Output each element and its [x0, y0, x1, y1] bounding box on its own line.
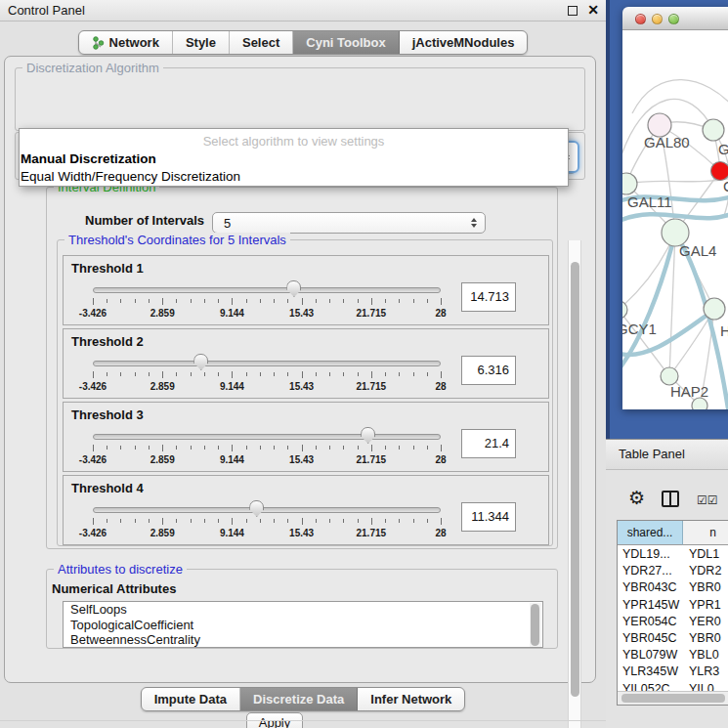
cell-name[interactable]: YBL0 — [683, 647, 728, 664]
table-row[interactable]: YBL079WYBL0 — [618, 647, 728, 664]
network-window-titlebar — [622, 7, 728, 30]
slider-tick-labels: -3.4262.8599.14415.4321.71528 — [93, 528, 441, 539]
table-row[interactable]: YDR27...YDR2 — [618, 563, 728, 579]
threshold-value-field[interactable]: 6.316 — [461, 356, 516, 385]
table-horizontal-scrollbar[interactable] — [618, 691, 728, 705]
close-icon[interactable]: ✕ — [587, 4, 599, 16]
table-panel-title: Table Panel — [619, 447, 685, 461]
node-gcy1[interactable] — [622, 301, 627, 319]
numerical-attributes-list[interactable]: SelfLoopsTopologicalCoefficientBetweenne… — [63, 601, 543, 648]
slider-thumb[interactable] — [286, 280, 301, 297]
number-of-intervals-combobox[interactable]: 5 — [212, 212, 486, 234]
tab-impute-data[interactable]: Impute Data — [142, 688, 240, 710]
slider-track[interactable] — [93, 287, 441, 293]
threshold-row-2: Threshold 2 -3.4262.8599.14415.4321.7152… — [63, 328, 549, 399]
table-row[interactable]: YDL19...YDL1 — [618, 546, 728, 563]
cell-shared-name[interactable]: YBL079W — [618, 647, 683, 664]
control-panel-title: Control Panel — [8, 3, 85, 18]
mac-minimize-icon[interactable] — [652, 14, 663, 24]
table-row[interactable]: YBR045CYBR0 — [618, 630, 728, 647]
list-item[interactable]: BetweennessCentrality — [64, 632, 542, 648]
cell-shared-name[interactable]: YDR27... — [618, 563, 683, 579]
cell-shared-name[interactable]: YBR043C — [618, 579, 683, 596]
tab-cyni-toolbox[interactable]: Cyni Toolbox — [293, 31, 399, 54]
network-canvas[interactable]: GAL80 GA C GAL11 GAL4 GCY1 H HAP2 — [622, 30, 728, 409]
attributes-list-items: SelfLoopsTopologicalCoefficientBetweenne… — [64, 602, 542, 648]
node-table[interactable]: shared... n YDL19...YDL1YDR27...YDR2YBR0… — [617, 520, 728, 706]
cell-name[interactable]: YLR3 — [683, 664, 728, 680]
table-row[interactable]: YPR145WYPR1 — [618, 597, 728, 614]
threshold-value-field[interactable]: 11.344 — [461, 502, 516, 532]
cell-shared-name[interactable]: YER054C — [618, 614, 683, 630]
network-window: GAL80 GA C GAL11 GAL4 GCY1 H HAP2 — [622, 7, 728, 409]
tab-discretize-data[interactable]: Discretize Data — [240, 688, 358, 710]
scrollbar-thumb[interactable] — [621, 694, 725, 703]
gear-icon[interactable]: ⚙ — [628, 489, 645, 507]
cell-name[interactable]: YDL1 — [683, 546, 728, 563]
table-row[interactable]: YBR043CYBR0 — [618, 579, 728, 596]
slider-track[interactable] — [93, 507, 441, 513]
tab-infer-network[interactable]: Infer Network — [358, 688, 464, 710]
scrollbar-thumb[interactable] — [571, 262, 579, 697]
float-window-icon[interactable] — [568, 6, 578, 16]
discretization-algorithm-group: Discretization Algorithm — [15, 67, 585, 131]
network-icon — [92, 36, 105, 50]
threshold-slider[interactable]: -3.4262.8599.14415.4321.71528 — [93, 279, 441, 322]
control-panel-titlebar: Control Panel ✕ — [0, 0, 606, 21]
threshold-slider[interactable]: -3.4262.8599.14415.4321.71528 — [93, 499, 441, 542]
node-partial-top[interactable] — [703, 119, 724, 141]
slider-thumb[interactable] — [249, 500, 264, 517]
threshold-label: Threshold 4 — [71, 481, 144, 495]
threshold-slider[interactable]: -3.4262.8599.14415.4321.71528 — [93, 353, 441, 396]
number-of-intervals-value: 5 — [224, 216, 231, 231]
cell-shared-name[interactable]: YDL19... — [618, 546, 683, 563]
tab-network[interactable]: Network — [79, 31, 173, 54]
list-item[interactable]: TopologicalCoefficient — [64, 618, 542, 633]
attributes-list-scrollbar[interactable] — [530, 603, 541, 648]
tab-jactivemnodules[interactable]: jActiveMNodules — [400, 31, 528, 54]
threshold-value-field[interactable]: 14.713 — [461, 282, 516, 312]
node-label-gcy1: GCY1 — [622, 321, 657, 337]
attributes-group-title: Attributes to discretize — [54, 562, 187, 577]
column-header-name[interactable]: n — [683, 521, 728, 545]
threshold-slider[interactable]: -3.4262.8599.14415.4321.71528 — [93, 426, 441, 469]
cell-name[interactable]: YBR0 — [683, 579, 728, 596]
threshold-row-4: Threshold 4 -3.4262.8599.14415.4321.7152… — [63, 475, 549, 545]
split-columns-icon[interactable] — [662, 491, 679, 507]
option-manual-discretization[interactable]: Manual Discretization — [21, 151, 156, 166]
list-item[interactable]: SelfLoops — [64, 602, 542, 618]
cell-shared-name[interactable]: YBR045C — [618, 630, 683, 647]
algorithm-dropdown-popup: Select algorithm to view settings Manual… — [19, 128, 569, 187]
table-row[interactable]: YLR345WYLR3 — [618, 664, 728, 680]
control-panel: Control Panel ✕ Network Style Select — [0, 0, 606, 728]
cell-name[interactable]: YPR1 — [683, 597, 728, 614]
cell-name[interactable]: YBR0 — [683, 630, 728, 647]
thresholds-group: Threshold's Coordinates for 5 Intervals … — [57, 239, 553, 546]
cell-shared-name[interactable]: YPR145W — [618, 597, 683, 614]
slider-track[interactable] — [93, 361, 441, 366]
divider — [0, 720, 606, 721]
tab-select[interactable]: Select — [230, 31, 293, 54]
interval-definition-group: Interval Definition Number of Intervals … — [46, 187, 558, 549]
threshold-row-3: Threshold 3 -3.4262.8599.14415.4321.7152… — [63, 402, 549, 472]
table-row[interactable]: YER054CYER0 — [618, 614, 728, 630]
cell-name[interactable]: YER0 — [683, 614, 728, 630]
table-header-row: shared... n — [618, 521, 728, 545]
slider-track[interactable] — [93, 434, 441, 440]
table-body: YDL19...YDL1YDR27...YDR2YBR043CYBR0YPR14… — [618, 546, 728, 698]
cell-name[interactable]: YDR2 — [683, 563, 728, 579]
bottom-tabbar: Impute Data Discretize Data Infer Networ… — [0, 687, 606, 711]
threshold-value-field[interactable]: 21.4 — [461, 429, 516, 458]
column-header-shared-name[interactable]: shared... — [618, 521, 683, 545]
node-label-gal11: GAL11 — [627, 193, 672, 210]
slider-thumb[interactable] — [193, 354, 208, 370]
mac-close-icon[interactable] — [635, 14, 646, 24]
slider-thumb[interactable] — [361, 427, 375, 444]
cell-shared-name[interactable]: YLR345W — [618, 664, 683, 680]
tab-style[interactable]: Style — [173, 31, 230, 54]
mac-zoom-icon[interactable] — [668, 14, 679, 24]
checkbox-icons[interactable]: ☑☑ — [697, 493, 718, 507]
option-equal-width-frequency[interactable]: Equal Width/Frequency Discretization — [21, 169, 240, 184]
node-partial-right[interactable] — [704, 298, 725, 320]
panel-vertical-scrollbar[interactable] — [568, 240, 581, 728]
